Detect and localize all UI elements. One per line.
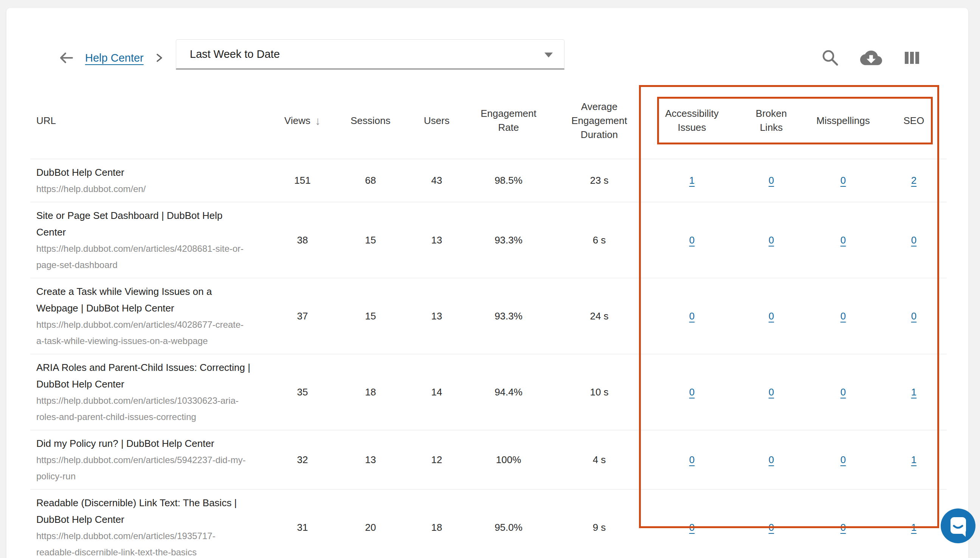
- engagement-rate-cell: 100%: [465, 454, 552, 466]
- table-row: Site or Page Set Dashboard | DubBot Help…: [30, 202, 947, 278]
- page-url: https://help.dubbot.com/en/articles/4208…: [36, 240, 269, 273]
- seo-link[interactable]: 1: [911, 522, 916, 533]
- broken-links-link[interactable]: 0: [769, 175, 774, 186]
- views-cell: 31: [272, 522, 333, 533]
- users-cell: 14: [408, 386, 465, 398]
- users-cell: 13: [408, 310, 465, 322]
- misspellings-link[interactable]: 0: [840, 235, 846, 246]
- analytics-page: { "colors": { "link": "#11689e", "annota…: [0, 0, 980, 558]
- sessions-cell: 15: [333, 235, 408, 246]
- seo-link[interactable]: 0: [911, 235, 916, 246]
- views-cell: 38: [272, 235, 333, 246]
- broken-links-link[interactable]: 0: [769, 454, 774, 465]
- download-button[interactable]: [859, 46, 883, 70]
- column-header-seo[interactable]: SEO: [881, 114, 947, 128]
- content-card: Help Center Last Week to Date: [7, 8, 968, 558]
- seo-link[interactable]: 2: [911, 175, 916, 186]
- views-cell: 151: [272, 175, 333, 186]
- broken-links-link[interactable]: 0: [769, 235, 774, 246]
- accessibility-issues-link[interactable]: 0: [689, 235, 694, 246]
- engagement-rate-cell: 94.4%: [465, 386, 552, 398]
- search-icon: [821, 48, 840, 67]
- engagement-rate-cell: 93.3%: [465, 235, 552, 246]
- page-url: https://help.dubbot.com/en/articles/4028…: [36, 317, 269, 349]
- misspellings-link[interactable]: 0: [840, 454, 846, 465]
- broken-links-link[interactable]: 0: [769, 310, 774, 322]
- accessibility-issues-link[interactable]: 0: [689, 310, 694, 322]
- sessions-cell: 13: [333, 454, 408, 466]
- column-header-sessions[interactable]: Sessions: [333, 114, 408, 128]
- avg-engagement-duration-cell: 6 s: [552, 235, 647, 246]
- column-header-url[interactable]: URL: [30, 114, 272, 128]
- avg-engagement-duration-cell: 4 s: [552, 454, 647, 466]
- table-row: DubBot Help Center https://help.dubbot.c…: [30, 159, 947, 202]
- table-row: Readable (Discernible) Link Text: The Ba…: [30, 489, 947, 558]
- columns-icon: [905, 52, 919, 64]
- toolbar: [819, 44, 924, 71]
- date-range-select[interactable]: Last Week to Date: [176, 39, 565, 70]
- sessions-cell: 18: [333, 386, 408, 398]
- sessions-cell: 68: [333, 175, 408, 186]
- column-header-engagement-rate[interactable]: Engagement Rate: [465, 107, 552, 135]
- chat-launcher-button[interactable]: [941, 509, 975, 543]
- users-cell: 43: [408, 175, 465, 186]
- column-header-users[interactable]: Users: [408, 114, 465, 128]
- sort-desc-icon: ↓: [315, 114, 321, 128]
- breadcrumb: Help Center: [58, 44, 164, 71]
- page-title: Readable (Discernible) Link Text: The Ba…: [36, 494, 269, 528]
- columns-button[interactable]: [900, 46, 924, 70]
- views-cell: 32: [272, 454, 333, 466]
- search-button[interactable]: [819, 46, 842, 70]
- accessibility-issues-link[interactable]: 0: [689, 386, 694, 398]
- back-button[interactable]: [58, 49, 74, 66]
- table-row: Create a Task while Viewing Issues on a …: [30, 278, 947, 354]
- column-header-accessibility-issues[interactable]: Accessibility Issues: [647, 107, 737, 135]
- url-cell: Did my Policy run? | DubBot Help Center …: [30, 430, 272, 489]
- analytics-table: URL Views ↓ Sessions Users Engagement Ra…: [30, 94, 947, 558]
- views-cell: 35: [272, 386, 333, 398]
- engagement-rate-cell: 95.0%: [465, 522, 552, 533]
- page-url: https://help.dubbot.com/en/: [36, 181, 269, 197]
- table-row: Did my Policy run? | DubBot Help Center …: [30, 430, 947, 489]
- url-cell: Readable (Discernible) Link Text: The Ba…: [30, 489, 272, 558]
- cloud-download-icon: [860, 47, 882, 69]
- misspellings-link[interactable]: 0: [840, 175, 846, 186]
- column-header-avg-engagement-duration[interactable]: Average Engagement Duration: [552, 100, 647, 142]
- accessibility-issues-link[interactable]: 0: [689, 454, 694, 465]
- views-cell: 37: [272, 310, 333, 322]
- table-header-row: URL Views ↓ Sessions Users Engagement Ra…: [30, 94, 947, 159]
- page-url: https://help.dubbot.com/en/articles/1033…: [36, 392, 269, 425]
- chat-bubble-icon: [941, 509, 975, 543]
- seo-link[interactable]: 1: [911, 386, 916, 398]
- engagement-rate-cell: 93.3%: [465, 310, 552, 322]
- date-range-value: Last Week to Date: [190, 48, 280, 61]
- url-cell: DubBot Help Center https://help.dubbot.c…: [30, 159, 272, 202]
- engagement-rate-cell: 98.5%: [465, 175, 552, 186]
- arrow-left-icon: [58, 50, 74, 66]
- accessibility-issues-link[interactable]: 1: [689, 175, 694, 186]
- users-cell: 18: [408, 522, 465, 533]
- page-title: ARIA Roles and Parent-Child Issues: Corr…: [36, 359, 269, 392]
- broken-links-link[interactable]: 0: [769, 386, 774, 398]
- avg-engagement-duration-cell: 10 s: [552, 386, 647, 398]
- users-cell: 13: [408, 235, 465, 246]
- page-title: Site or Page Set Dashboard | DubBot Help…: [36, 207, 269, 240]
- misspellings-link[interactable]: 0: [840, 522, 846, 533]
- page-url: https://help.dubbot.com/en/articles/1935…: [36, 528, 269, 558]
- column-header-misspellings[interactable]: Misspellings: [805, 114, 881, 128]
- avg-engagement-duration-cell: 23 s: [552, 175, 647, 186]
- broken-links-link[interactable]: 0: [769, 522, 774, 533]
- misspellings-link[interactable]: 0: [840, 386, 846, 398]
- misspellings-link[interactable]: 0: [840, 310, 846, 322]
- seo-link[interactable]: 0: [911, 310, 916, 322]
- seo-link[interactable]: 1: [911, 454, 916, 465]
- avg-engagement-duration-cell: 9 s: [552, 522, 647, 533]
- accessibility-issues-link[interactable]: 0: [689, 522, 694, 533]
- column-header-views[interactable]: Views ↓: [272, 114, 333, 128]
- column-header-broken-links[interactable]: Broken Links: [737, 107, 805, 135]
- sessions-cell: 20: [333, 522, 408, 533]
- table-row: ARIA Roles and Parent-Child Issues: Corr…: [30, 354, 947, 430]
- breadcrumb-link-help-center[interactable]: Help Center: [85, 52, 144, 64]
- url-cell: ARIA Roles and Parent-Child Issues: Corr…: [30, 354, 272, 430]
- page-title: Create a Task while Viewing Issues on a …: [36, 283, 269, 317]
